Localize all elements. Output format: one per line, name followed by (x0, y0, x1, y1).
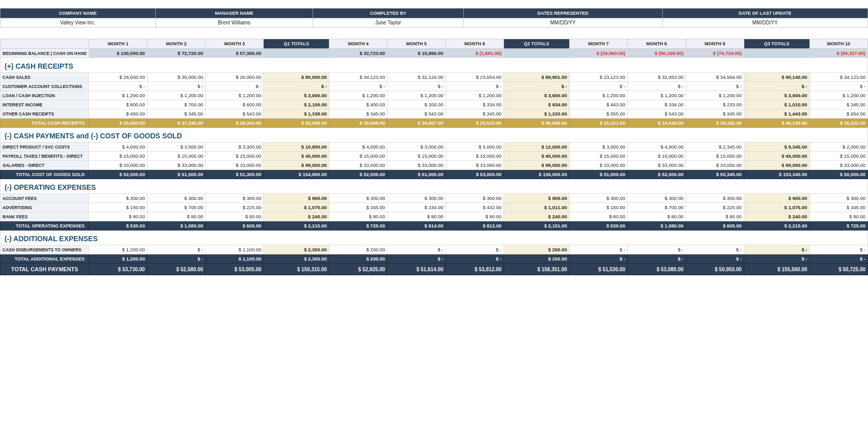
total-value: $ 52,000.00 (329, 170, 387, 179)
total-row: TOTAL OPERATING EXPENSES$ 530.00$ 1,080.… (1, 221, 868, 231)
section-title-row: (+) CASH RECEIPTS (1, 58, 868, 73)
total-value: $ - (569, 254, 627, 264)
cell-value: $ - (147, 245, 205, 254)
table-row: OTHER CASH RECEIPTS$ 450.00$ 345.00$ 543… (1, 109, 868, 119)
cell-value: $ 80.00 (387, 212, 445, 221)
section-label: (-) CASH PAYMENTS and (-) COST OF GOODS … (1, 128, 868, 142)
cell-value: $ 225.00 (206, 203, 264, 212)
cell-value: $ 600.00 (206, 100, 264, 109)
col-header-month-1: MONTH 1 (89, 39, 147, 49)
cell-value: $ 33,000.00 (387, 161, 445, 170)
total-value: $ 2,300.00 (264, 254, 329, 264)
grand-total-value: $ 51,530.00 (569, 264, 627, 275)
cell-value: $ 934.00 (504, 100, 570, 109)
cell-value: $ 200.00 (387, 100, 445, 109)
grand-total-value: $ 50,950.00 (686, 264, 744, 275)
cell-value: $ 15,000.00 (387, 152, 445, 161)
total-value: $ 725.00 (329, 221, 387, 231)
cell-value: $ 1,010.00 (744, 100, 809, 109)
col-header-month-3: MONTH 3 (206, 39, 264, 49)
grand-total-value: $ 51,614.00 (387, 264, 445, 275)
cell-value: $ 543.00 (387, 109, 445, 119)
cell-value: $ 234.00 (387, 203, 445, 212)
section-label: (-) OPERATING EXPENSES (1, 179, 868, 194)
total-value: $ 25,533.00 (445, 119, 503, 128)
cell-value: $ 80.00 (628, 212, 686, 221)
table-row: PAYROLL TAXES / BENEFITS - DIRECT$ 15,00… (1, 152, 868, 161)
cell-value: $ 1,200.00 (387, 91, 445, 100)
cell-value: $ 33,000.00 (147, 161, 205, 170)
cell-value: $ 1,443.00 (744, 109, 809, 119)
cell-value: $ 200.00 (504, 245, 570, 254)
row-label: INTEREST INCOME (1, 100, 89, 109)
cell-value: $ 33,000.00 (628, 161, 686, 170)
cell-value: $ 99,000.00 (744, 161, 809, 170)
grand-total-value: $ 155,560.00 (744, 264, 809, 275)
cell-value: $ 240.00 (504, 212, 570, 221)
table-row: LOAN / CASH INJECTION$ 1,200.00$ 1,200.0… (1, 91, 868, 100)
total-value: $ 1,200.00 (89, 254, 147, 264)
cell-value: $ 33,000.00 (686, 161, 744, 170)
cell-value: $ 1,075.00 (264, 203, 329, 212)
cell-value: $ 80.00 (445, 212, 503, 221)
table-row: CUSTOMER ACCOUNT COLLECTIONS$ -$ -$ -$ -… (1, 82, 868, 91)
cell-value: $ 2,345.00 (686, 142, 744, 152)
cell-value: $ 700.00 (628, 203, 686, 212)
cell-value: $ 345.00 (329, 109, 387, 119)
cell-value: $ 5,000.00 (445, 142, 503, 152)
cell-value: $ (56,169.00) (628, 49, 686, 58)
cell-value: $ 654.00 (809, 109, 867, 119)
total-label: TOTAL ADDITIONAL EXPENSES (1, 254, 89, 264)
row-label: CUSTOMER ACCOUNT COLLECTIONS (1, 82, 89, 91)
cell-value: $ - (686, 82, 744, 91)
cell-value: $ 300.00 (569, 194, 627, 203)
row-label: ACCOUNT FEES (1, 194, 89, 203)
cell-value: $ - (387, 245, 445, 254)
info-table: COMPANY NAMEMANAGER NAMECOMPLETED BYDATE… (0, 8, 868, 27)
cell-value: $ (74,719.00) (686, 49, 744, 58)
cell-value: $ - (744, 245, 809, 254)
cell-value: $ 1,200.00 (445, 91, 503, 100)
main-title (0, 0, 868, 8)
cell-value: $ 700.00 (147, 203, 205, 212)
cell-value: $ - (445, 82, 503, 91)
cell-value: $ 432.00 (445, 203, 503, 212)
cell-value: $ 800.00 (89, 100, 147, 109)
total-value: $ 92,038.00 (264, 119, 329, 128)
table-row: BANK FEES$ 80.00$ 80.00$ 80.00$ 240.00$ … (1, 212, 868, 221)
total-value: $ 96,193.00 (744, 119, 809, 128)
cell-value: $ 345.00 (445, 109, 503, 119)
main-data-table: MONTH 1MONTH 2MONTH 3Q1 TOTALSMONTH 4MON… (0, 39, 868, 275)
total-value: $ 51,500.00 (147, 170, 205, 179)
cell-value: $ 555.00 (569, 109, 627, 119)
cell-value: $ 1,338.00 (264, 109, 329, 119)
row-label: BEGINNING BALANCE | CASH ON HAND (1, 49, 89, 58)
col-header-month-9: MONTH 9 (686, 39, 744, 49)
empty-header (1, 39, 89, 49)
cell-value: $ 225.00 (686, 203, 744, 212)
cell-value: $ 85,000.00 (264, 73, 329, 82)
total-value: $ 153,345.00 (744, 170, 809, 179)
total-value: $ 34,530.00 (628, 119, 686, 128)
cell-value: $ 200.00 (329, 245, 387, 254)
cell-value: $ 1,200.00 (206, 91, 264, 100)
cell-value: $ 72,720.00 (147, 49, 205, 58)
cell-value: $ - (264, 82, 329, 91)
col-header-month-10: MONTH 10 (809, 39, 867, 49)
cell-value: $ 3,000.00 (387, 142, 445, 152)
cell-value: $ 345.00 (147, 109, 205, 119)
grand-total-value: $ 53,730.00 (89, 264, 147, 275)
cell-value: $ 334.00 (628, 100, 686, 109)
cell-value: $ 1,200.00 (147, 91, 205, 100)
cell-value: $ 33,000.00 (329, 161, 387, 170)
row-label: ADVERTISING (1, 203, 89, 212)
total-row: TOTAL COST OF GOODS SOLD$ 52,000.00$ 51,… (1, 170, 868, 179)
total-value: $ 1,080.00 (628, 221, 686, 231)
cell-value (504, 49, 570, 58)
cell-value: $ 300.00 (387, 194, 445, 203)
table-row: CASH DISBURSEMENTS TO OWNERS$ 1,200.00$ … (1, 245, 868, 254)
cell-value: $ 9,345.00 (744, 142, 809, 152)
cell-value: $ 45,000.00 (504, 152, 570, 161)
cell-value: $ 33,000.00 (809, 161, 867, 170)
col-header-month-8: MONTH 8 (628, 39, 686, 49)
